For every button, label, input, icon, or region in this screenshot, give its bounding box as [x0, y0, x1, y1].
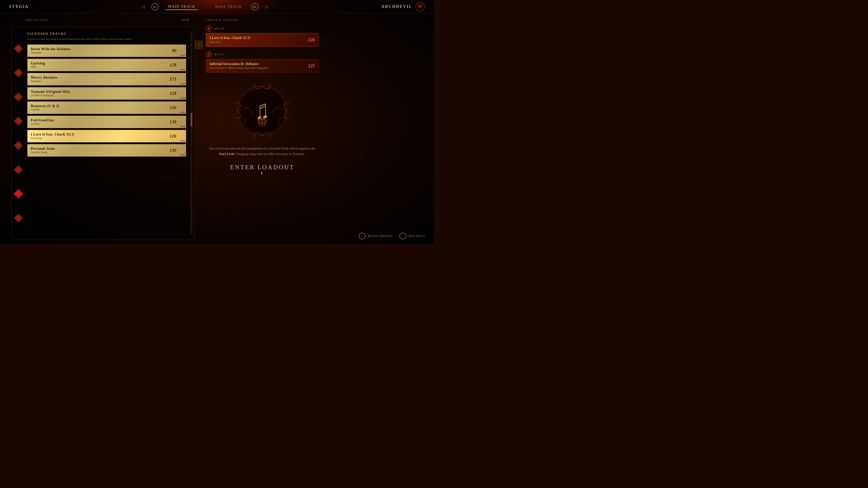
boss-chosen-track-artist: Two Feathers ft. Mikael Stanne from Dark…: [210, 66, 268, 70]
nav-center: ◁ L1 MAIN TRACK | BOSS TRACK R1 ▷: [142, 3, 269, 10]
svg-point-18: [263, 120, 265, 123]
top-navigation: STYGIA ◁ L1 MAIN TRACK | BOSS TRACK R1 ▷…: [0, 0, 434, 13]
track-item[interactable]: Feel Good Inc. Gorillaz 138: [27, 116, 186, 128]
svg-point-7: [240, 88, 285, 133]
svg-rect-20: [261, 124, 262, 126]
diamond-nav-item-1[interactable]: [14, 44, 23, 53]
right-panel: › CHOSEN TRACKS MAIN I Love It feat. Cha…: [199, 13, 326, 244]
nav-right: ARCHDEVIL: [381, 2, 425, 12]
r1-button[interactable]: R1: [251, 3, 258, 10]
track-list-header: TRACK LIST: [25, 18, 49, 22]
track-item[interactable]: Personal Jesus Depeche Mode 130: [27, 144, 186, 157]
bottom-bar: △ Restore Defaults ○ Hell Select: [359, 233, 425, 239]
scrollbar[interactable]: [191, 32, 192, 235]
licensed-disclaimer: In-game use only. Streaming/sharing the …: [27, 37, 186, 41]
main-type-label: MAIN: [214, 27, 225, 30]
main-label-row: MAIN: [206, 25, 319, 32]
enter-loadout-button[interactable]: ENTER LOADOUT: [230, 164, 294, 175]
diamond-nav-item-7[interactable]: [14, 189, 23, 198]
tab-main-track[interactable]: MAIN TRACK: [165, 4, 198, 10]
boss-track-card[interactable]: Infernal Invocation II: Defiance Two Fea…: [206, 59, 319, 73]
hell-select-action[interactable]: ○ Hell Select: [399, 233, 425, 239]
location-label: STYGIA: [9, 4, 29, 9]
svg-point-2: [418, 5, 420, 6]
restore-defaults-action[interactable]: △ Restore Defaults: [359, 233, 393, 239]
diamond-nav-item-4[interactable]: [14, 117, 23, 126]
main-chosen-track-bpm: 126: [308, 37, 315, 42]
music-emblem: [230, 79, 294, 142]
tab-separator: |: [205, 4, 206, 9]
diamond-navigation: [11, 32, 25, 235]
diamond-nav-item-5[interactable]: [14, 141, 23, 150]
diamond-nav-item-6[interactable]: [14, 165, 23, 174]
restore-defaults-button[interactable]: △: [359, 233, 366, 239]
left-panel: TRACK LIST BPM LICENSED TR: [0, 13, 199, 244]
main-content: TRACK LIST BPM LICENSED TR: [0, 13, 434, 244]
track-item[interactable]: Tsunami (Original Mix) DVBBS & Borgeous …: [27, 87, 186, 100]
track-item[interactable]: I Love It feat. Charli XCX Icona Pop 126: [27, 130, 186, 142]
character-label: ARCHDEVIL: [381, 4, 412, 9]
nav-left: STYGIA: [9, 4, 29, 9]
diamond-nav-item-3[interactable]: [14, 92, 23, 101]
bpm-header: BPM: [182, 18, 194, 22]
track-item[interactable]: Down With the Sickness Disturbed 90: [27, 44, 186, 57]
boss-chosen-track-bpm: 125: [308, 63, 315, 68]
archdevil-icon: [415, 2, 425, 12]
boss-chosen-section: BOSS Infernal Invocation II: Defiance Tw…: [206, 51, 319, 73]
tab-boss-track[interactable]: BOSS TRACK: [213, 4, 245, 10]
enter-loadout-container: ENTER LOADOUT: [206, 164, 319, 175]
info-text: You will always hear the full arrangemen…: [206, 146, 319, 157]
svg-rect-21: [263, 124, 264, 126]
svg-rect-19: [259, 124, 260, 126]
boss-track-icon: [206, 51, 212, 58]
track-item[interactable]: Runaway (U & I) Galantis 126: [27, 101, 186, 114]
nav-arrow-right: ▷: [266, 4, 269, 9]
scrollbar-thumb[interactable]: [191, 113, 192, 127]
diamond-nav-item-8[interactable]: [14, 214, 23, 223]
l1-button[interactable]: L1: [151, 3, 159, 10]
panel-header-row: TRACK LIST BPM: [11, 18, 194, 24]
track-item[interactable]: Uprising Muse 128: [27, 59, 186, 71]
diamond-nav-item-2[interactable]: [14, 68, 23, 77]
svg-point-17: [259, 120, 262, 123]
main-track-card[interactable]: I Love It feat. Charli XCX Icona Pop 126: [206, 33, 319, 47]
hell-select-button[interactable]: ○: [399, 233, 406, 239]
boss-chosen-track-title: Infernal Invocation II: Defiance: [210, 62, 268, 66]
nav-arrow-left: ◁: [142, 4, 145, 9]
track-item[interactable]: Misery Business Paramore 173: [27, 73, 186, 86]
svg-point-3: [420, 5, 421, 6]
licensed-title: LICENSED TRACKS: [27, 32, 186, 36]
licensed-section: LICENSED TRACKS In-game use only. Stream…: [25, 32, 191, 235]
collapse-button[interactable]: ›: [195, 41, 203, 49]
boss-label-row: BOSS: [206, 51, 319, 58]
main-chosen-track-artist: Icona Pop: [210, 40, 250, 44]
main-track-icon: [206, 25, 212, 32]
chosen-tracks-header: CHOSEN TRACKS: [206, 18, 319, 22]
boss-type-label: BOSS: [214, 53, 224, 56]
main-chosen-track-title: I Love It feat. Charli XCX: [210, 36, 250, 40]
main-chosen-section: MAIN I Love It feat. Charli XCX Icona Po…: [206, 25, 319, 47]
track-list-container: LICENSED TRACKS In-game use only. Stream…: [11, 27, 194, 239]
